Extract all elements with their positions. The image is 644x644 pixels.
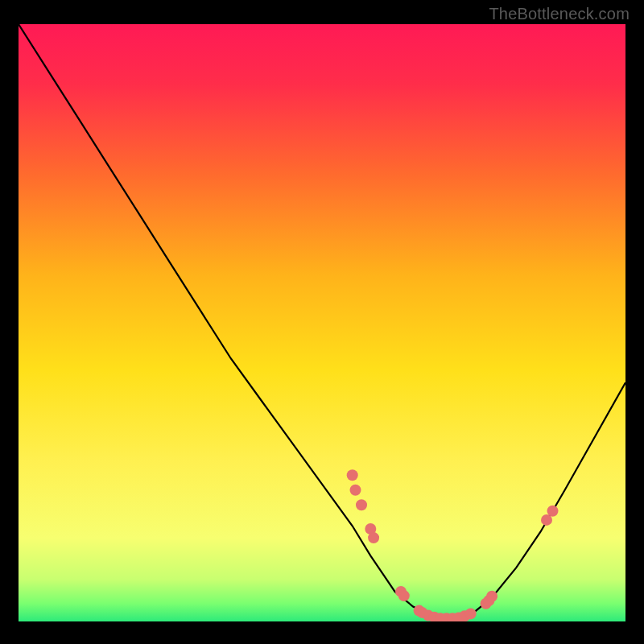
highlight-dot bbox=[486, 591, 497, 602]
watermark-text: TheBottleneck.com bbox=[489, 5, 630, 23]
highlight-dot bbox=[356, 499, 367, 510]
highlight-dot bbox=[368, 532, 379, 543]
chart-svg bbox=[19, 24, 625, 621]
gradient-background bbox=[19, 24, 625, 621]
highlight-dot bbox=[350, 485, 361, 496]
highlight-dot bbox=[347, 469, 358, 481]
highlight-dot bbox=[547, 506, 559, 517]
highlight-dot bbox=[398, 590, 410, 601]
chart-plot-area bbox=[19, 24, 625, 621]
highlight-dot bbox=[465, 608, 477, 619]
